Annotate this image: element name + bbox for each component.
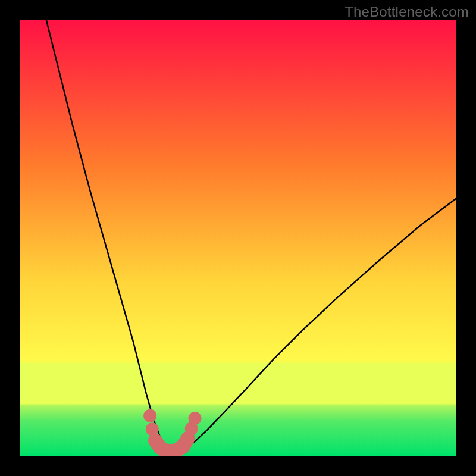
- chart-svg: [20, 20, 456, 456]
- marker-point: [146, 422, 159, 436]
- chart-frame: TheBottleneck.com: [0, 0, 476, 476]
- watermark-text: TheBottleneck.com: [345, 4, 469, 20]
- plot-area: [20, 20, 456, 456]
- marker-point: [143, 409, 156, 422]
- baseline-band: [20, 453, 456, 456]
- gradient-background: [20, 20, 456, 456]
- marker-point: [189, 412, 202, 425]
